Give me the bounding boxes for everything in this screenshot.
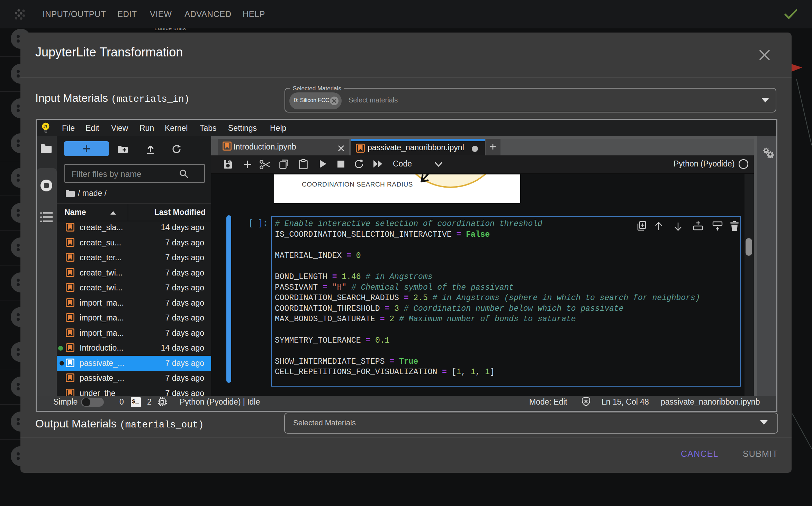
svg-text:Jl: Jl: [43, 124, 47, 129]
